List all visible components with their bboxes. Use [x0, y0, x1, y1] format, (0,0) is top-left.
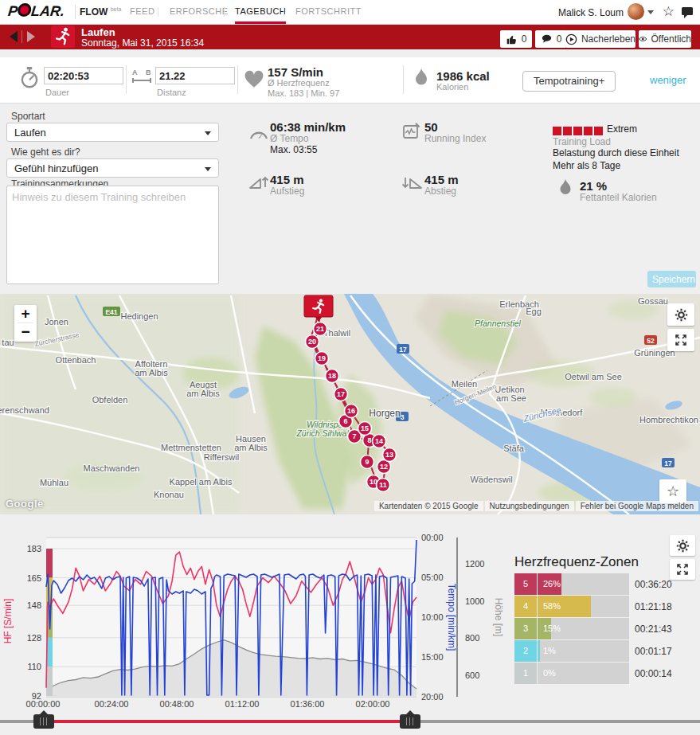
route-marker[interactable]: 15: [358, 422, 372, 436]
zoom-out-button[interactable]: −: [14, 323, 37, 341]
nav-item-fortschritt[interactable]: FORTSCHRITT: [295, 0, 362, 22]
prev-activity-button[interactable]: [10, 31, 18, 42]
show-less-link[interactable]: weniger: [650, 74, 686, 86]
map-label: Zürich Sihlwald: [295, 428, 354, 438]
map-label: Gossau: [638, 296, 668, 306]
svg-text:14: 14: [375, 437, 383, 445]
next-activity-button[interactable]: [27, 31, 35, 42]
fat-flame-icon: [557, 178, 573, 199]
route-marker[interactable]: 21: [314, 323, 327, 336]
zoom-in-button[interactable]: +: [14, 305, 37, 323]
svg-text:E41: E41: [105, 308, 117, 316]
load-square: [563, 127, 572, 135]
hr-zone-stripe: [46, 667, 53, 696]
map-attribution-link[interactable]: Nutzungsbedingungen: [485, 501, 574, 511]
svg-text:9: 9: [365, 458, 369, 466]
scrubber-right-handle[interactable]: [400, 714, 420, 729]
svg-text:A: A: [132, 68, 138, 76]
avatar[interactable]: [628, 3, 644, 20]
svg-text:00:00: 00:00: [421, 533, 444, 542]
route-marker[interactable]: 9: [361, 455, 374, 469]
relive-button[interactable]: Nacherleben: [565, 30, 635, 48]
duration-input[interactable]: [44, 67, 123, 84]
nav-item-feed[interactable]: FEED: [130, 0, 154, 22]
svg-text:01:36:00: 01:36:00: [291, 699, 325, 709]
timeline-selected-range[interactable]: [44, 720, 410, 723]
details-section: Sportart Laufen Wie geht es dir? Gefühl …: [0, 103, 700, 294]
zone-bar: 58%: [538, 596, 629, 617]
save-button[interactable]: Speichern: [647, 271, 696, 287]
sport-select[interactable]: Laufen: [6, 123, 219, 142]
sport-label: Sportart: [11, 111, 45, 122]
zone-bar: 0%: [538, 663, 629, 684]
chevron-down-icon: [205, 131, 211, 135]
favorites-star-icon[interactable]: ☆: [663, 3, 675, 20]
route-marker[interactable]: 18: [326, 369, 339, 383]
map-attribution-link[interactable]: Fehler bei Google Maps melden: [576, 501, 698, 511]
map-label: Rifferswil: [204, 452, 239, 462]
map-label: Mettmenstetten: [161, 443, 221, 452]
chat-icon[interactable]: [681, 6, 694, 22]
map-favorite-button[interactable]: ☆: [659, 479, 686, 503]
route-marker[interactable]: 19: [315, 352, 329, 366]
nav-item-tagebuch[interactable]: TAGEBUCH: [235, 0, 286, 24]
map-fullscreen-button[interactable]: [667, 329, 694, 351]
svg-text:148: 148: [27, 600, 41, 610]
like-count: 0: [522, 33, 527, 45]
map-label: am See: [496, 393, 526, 403]
route-marker[interactable]: 17: [334, 388, 348, 401]
svg-text:3: 3: [401, 413, 405, 421]
route-marker[interactable]: 14: [373, 435, 386, 448]
running-index-value: 50: [424, 120, 438, 134]
distance-icon: AB: [131, 68, 152, 86]
map-label: Egg: [526, 307, 542, 316]
descent-icon: [402, 173, 423, 192]
scrubber-left-handle[interactable]: [33, 714, 54, 729]
route-marker[interactable]: 20: [306, 335, 319, 349]
svg-text:20:00: 20:00: [421, 692, 444, 702]
svg-text:1200: 1200: [465, 559, 484, 569]
svg-text:600: 600: [465, 670, 479, 680]
map-label: Ottenbach: [56, 355, 96, 365]
route-map[interactable]: E411735217JonenHedingentauOttenbachAffol…: [0, 294, 700, 514]
chevron-down-icon[interactable]: [647, 10, 654, 14]
pace-value: 06:38 min/km: [270, 120, 346, 134]
map-canvas[interactable]: E411735217JonenHedingentauOttenbachAffol…: [0, 294, 700, 514]
svg-text:165: 165: [27, 573, 41, 583]
svg-text:7: 7: [352, 432, 356, 440]
map-label: am Albis: [234, 443, 268, 452]
route-marker[interactable]: 11: [377, 479, 390, 492]
zone-time: 01:21:18: [635, 601, 672, 612]
map-settings-button[interactable]: [667, 303, 694, 326]
map-zoom-control[interactable]: + −: [14, 305, 37, 342]
like-button[interactable]: 0: [500, 30, 532, 48]
map-label: am Albis: [186, 389, 220, 398]
zone-number-box: 3: [514, 618, 537, 639]
load-square: [553, 127, 561, 135]
svg-text:15:00: 15:00: [421, 652, 444, 662]
zone-time: 00:00:14: [635, 668, 672, 679]
nav-item-erforsche[interactable]: ERFORSCHE: [170, 0, 229, 22]
route-marker[interactable]: 13: [383, 448, 397, 462]
feeling-select[interactable]: Gefühl hinzufügen: [6, 158, 219, 178]
expand-icon: [675, 334, 687, 346]
comment-button[interactable]: 0: [535, 30, 567, 48]
polar-logo[interactable]: PLAR.: [7, 3, 65, 20]
svg-text:16: 16: [347, 407, 355, 415]
user-name[interactable]: Malick S. Loum: [558, 7, 624, 18]
distance-input[interactable]: [155, 67, 235, 84]
divider: [22, 30, 22, 43]
svg-text:183: 183: [27, 544, 41, 553]
svg-text:10:00: 10:00: [421, 612, 444, 622]
visibility-button[interactable]: Öffentlich: [639, 30, 691, 48]
training-benefit-button[interactable]: Tempotraining+: [522, 71, 616, 92]
map-label: Meilen: [452, 379, 477, 389]
route-marker[interactable]: 16: [345, 405, 358, 418]
activity-date: Sonntag, Mai 31, 2015 16:34: [81, 37, 204, 49]
activity-title: Laufen: [81, 26, 115, 38]
svg-text:17: 17: [337, 390, 345, 398]
map-label: Kappel am Albis: [170, 477, 233, 487]
zone-time: 00:21:43: [635, 624, 672, 635]
notes-textarea[interactable]: [6, 186, 219, 284]
zone-percent: 58%: [543, 601, 561, 611]
